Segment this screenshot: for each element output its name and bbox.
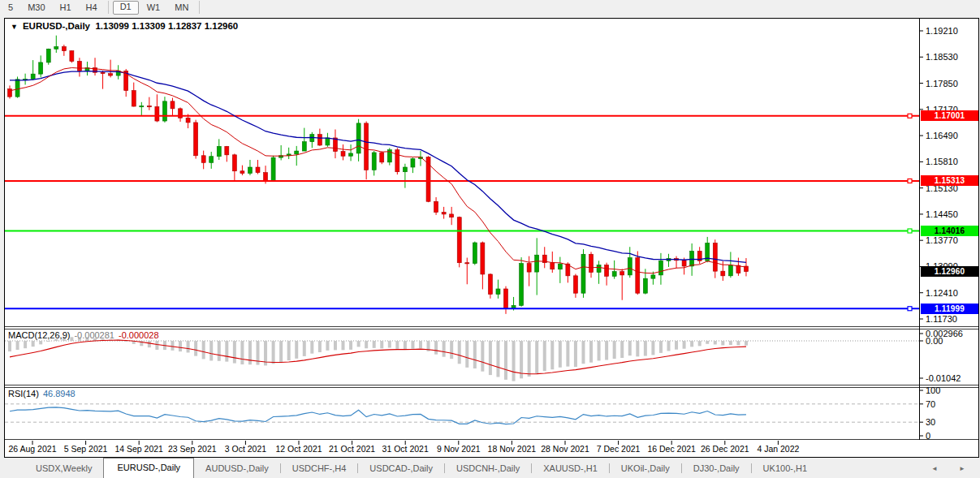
macd-label: MACD(12,26,9) bbox=[8, 330, 70, 340]
pane-separator-rsi[interactable] bbox=[5, 385, 978, 388]
timeframe-button-mn[interactable]: MN bbox=[168, 2, 195, 14]
timeframe-button-w1[interactable]: W1 bbox=[140, 2, 167, 14]
rsi-axis-label: 0 bbox=[926, 431, 930, 441]
macd-axis-label: 0.00 bbox=[926, 336, 943, 346]
level-price-badge: 1.15313 bbox=[921, 175, 978, 186]
timeframe-button-5[interactable]: 5 bbox=[2, 2, 19, 14]
rsi-axis-label: 30 bbox=[926, 417, 935, 427]
rsi-value: 46.8948 bbox=[43, 389, 76, 398]
price-axis-label: 1.17850 bbox=[926, 79, 958, 88]
pane-separator-macd[interactable] bbox=[5, 326, 978, 329]
rsi-label: RSI(14) bbox=[8, 389, 39, 398]
timeframe-button-m30[interactable]: M30 bbox=[21, 2, 51, 14]
price-axis-border bbox=[919, 19, 920, 440]
price-axis-label: 1.19210 bbox=[926, 26, 958, 36]
level-price-badge: 1.14016 bbox=[921, 226, 978, 236]
price-axis-label: 1.16490 bbox=[926, 131, 958, 140]
toolbar-separator bbox=[199, 1, 200, 14]
chart-tab-audusd-[interactable]: AUDUSD-,Daily bbox=[194, 460, 280, 478]
chart-symbol-label: EURUSD-,Daily bbox=[23, 21, 90, 31]
chart-title: ▼EURUSD-,Daily 1.13099 1.13309 1.12837 1… bbox=[11, 21, 238, 31]
mt4-window: 5M30H1H4D1W1MN 1.192101.185301.178501.17… bbox=[0, 0, 980, 478]
chart-tab-xauusd-[interactable]: XAUUSD-,H1 bbox=[532, 460, 609, 478]
current-price-badge: 1.12960 bbox=[921, 266, 978, 277]
chart-tab-uk100-[interactable]: UK100-,H1 bbox=[752, 460, 818, 478]
price-axis-label: 1.12410 bbox=[926, 288, 958, 298]
rsi-axis-label: 100 bbox=[926, 385, 940, 395]
tab-scroll-right-icon[interactable]: ► bbox=[959, 465, 965, 472]
price-axis-label: 1.13770 bbox=[926, 235, 958, 245]
chart-tabs-bar: USDX,WeeklyEURUSD-,DailyAUDUSD-,DailyUSD… bbox=[0, 458, 980, 478]
macd-main-value: -0.000281 bbox=[74, 330, 114, 340]
chart-tab-usdx[interactable]: USDX,Weekly bbox=[24, 460, 103, 478]
timeframe-button-h4[interactable]: H4 bbox=[80, 2, 104, 14]
macd-axis-label: -0.01042 bbox=[926, 373, 961, 383]
rsi-axis-label: 70 bbox=[926, 399, 935, 409]
timeframe-button-h1[interactable]: H1 bbox=[54, 2, 78, 14]
tab-scroll-left-icon[interactable]: ◄ bbox=[931, 465, 938, 472]
chart-tab-usdcnh-[interactable]: USDCNH-,Daily bbox=[445, 460, 531, 478]
title-marker-icon: ▼ bbox=[11, 23, 18, 31]
level-price-badge: 1.11999 bbox=[921, 304, 978, 314]
level-price-badge: 1.17001 bbox=[921, 110, 978, 121]
price-axis-label: 1.14450 bbox=[926, 209, 958, 219]
chart-tab-usdchf-[interactable]: USDCHF-,H4 bbox=[281, 460, 358, 478]
chart-tab-dj30-[interactable]: DJ30-,Daily bbox=[682, 460, 751, 478]
toolbar-separator bbox=[108, 1, 109, 14]
timeframe-toolbar: 5M30H1H4D1W1MN bbox=[0, 0, 980, 15]
macd-signal-value: -0.000028 bbox=[119, 330, 159, 340]
macd-header: MACD(12,26,9)-0.000281-0.000028 bbox=[8, 330, 163, 340]
chart-tab-usdcad-[interactable]: USDCAD-,Daily bbox=[358, 460, 444, 478]
date-axis-label: 4 Jan 2022 bbox=[745, 444, 810, 454]
rsi-header: RSI(14)46.8948 bbox=[8, 389, 80, 398]
price-axis-label: 1.18530 bbox=[926, 52, 958, 62]
price-axis-label: 1.15810 bbox=[926, 157, 958, 166]
timeframe-button-d1[interactable]: D1 bbox=[113, 1, 139, 15]
price-axis-label: 1.11730 bbox=[926, 314, 957, 324]
chart-tab-eurusd-[interactable]: EURUSD-,Daily bbox=[103, 458, 194, 478]
date-axis-separator bbox=[5, 439, 978, 440]
chart-tab-ukoil-[interactable]: UKOil-,Daily bbox=[610, 460, 681, 478]
chart-window[interactable] bbox=[4, 18, 979, 458]
chart-ohlc-values: 1.13099 1.13309 1.12837 1.12960 bbox=[95, 21, 238, 31]
